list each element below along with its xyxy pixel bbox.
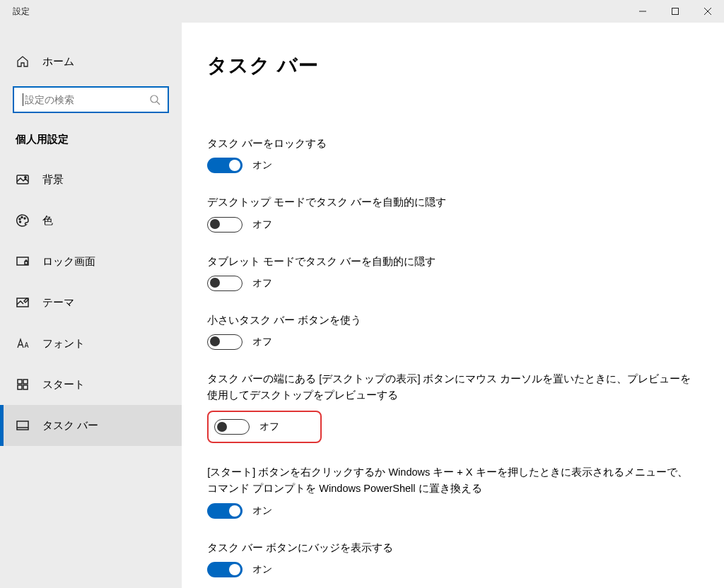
svg-point-11 — [20, 221, 21, 223]
minimize-button[interactable] — [626, 0, 659, 23]
svg-point-8 — [19, 218, 21, 220]
sidebar-item-fonts[interactable]: フォント — [0, 323, 182, 364]
setting-label: タスク バーの端にある [デスクトップの表示] ボタンにマウス カーソルを置いた… — [207, 371, 693, 404]
window-controls — [626, 0, 724, 23]
search-icon — [149, 94, 160, 105]
toggle-autohide-desktop[interactable] — [207, 217, 243, 233]
toggle-state: オフ — [252, 336, 272, 348]
sidebar-item-label: ロック画面 — [42, 255, 95, 269]
highlight-annotation: オフ — [207, 411, 322, 443]
setting-small-buttons: 小さいタスク バー ボタンを使う オフ — [207, 312, 693, 350]
sidebar-item-taskbar[interactable]: タスク バー — [0, 405, 182, 446]
toggle-small-buttons[interactable] — [207, 334, 243, 350]
svg-point-10 — [24, 218, 25, 219]
setting-show-badges: タスク バー ボタンにバッジを表示する オン — [207, 540, 693, 577]
search-input[interactable] — [13, 86, 169, 113]
sidebar-item-label: スタート — [42, 378, 85, 392]
page-title: タスク バー — [207, 52, 693, 79]
setting-label: タスク バー ボタンにバッジを表示する — [207, 540, 693, 556]
svg-rect-19 — [17, 421, 28, 430]
content-panel: タスク バー タスク バーをロックする オン デスクトップ モードでタスク バー… — [182, 23, 724, 588]
window-titlebar: 設定 — [0, 0, 724, 23]
start-icon — [16, 377, 30, 392]
toggle-state: オン — [252, 563, 272, 576]
svg-rect-1 — [672, 8, 679, 15]
window-title: 設定 — [13, 6, 30, 18]
setting-label: デスクトップ モードでタスク バーを自動的に隠す — [207, 194, 693, 211]
sidebar-item-start[interactable]: スタート — [0, 364, 182, 405]
svg-point-7 — [25, 177, 26, 178]
sidebar-item-colors[interactable]: 色 — [0, 200, 182, 241]
lockscreen-icon — [16, 254, 30, 269]
setting-label: 小さいタスク バー ボタンを使う — [207, 312, 693, 329]
toggle-state: オン — [252, 159, 272, 172]
taskbar-icon — [16, 418, 30, 433]
home-label: ホーム — [42, 55, 74, 69]
theme-icon — [16, 295, 30, 310]
font-icon — [16, 336, 30, 351]
toggle-state: オフ — [252, 277, 272, 290]
setting-powershell-replace: [スタート] ボタンを右クリックするか Windows キー + X キーを押し… — [207, 464, 693, 518]
sidebar-item-label: テーマ — [42, 296, 74, 310]
setting-label: [スタート] ボタンを右クリックするか Windows キー + X キーを押し… — [207, 464, 693, 497]
setting-autohide-desktop: デスクトップ モードでタスク バーを自動的に隠す オフ — [207, 194, 693, 232]
sidebar-item-label: 背景 — [42, 173, 64, 187]
maximize-button[interactable] — [659, 0, 691, 23]
palette-icon — [16, 213, 30, 228]
svg-rect-15 — [18, 380, 22, 384]
image-icon — [16, 172, 30, 187]
close-button[interactable] — [691, 0, 724, 23]
toggle-show-badges[interactable] — [207, 562, 243, 577]
setting-peek-preview: タスク バーの端にある [デスクトップの表示] ボタンにマウス カーソルを置いた… — [207, 371, 693, 443]
sidebar-item-label: タスク バー — [42, 419, 98, 433]
toggle-powershell-replace[interactable] — [207, 503, 243, 519]
svg-rect-13 — [25, 261, 28, 264]
toggle-peek-preview[interactable] — [214, 419, 250, 435]
sidebar-category: 個人用設定 — [0, 126, 182, 159]
sidebar-item-label: フォント — [42, 337, 85, 351]
setting-lock-taskbar: タスク バーをロックする オン — [207, 136, 693, 173]
toggle-state: オン — [252, 505, 272, 517]
svg-rect-18 — [23, 385, 28, 389]
sidebar-item-label: 色 — [42, 214, 53, 228]
svg-rect-17 — [18, 385, 22, 389]
svg-rect-16 — [23, 380, 28, 384]
setting-autohide-tablet: タブレット モードでタスク バーを自動的に隠す オフ — [207, 254, 693, 291]
toggle-state: オフ — [259, 421, 279, 433]
sidebar-item-background[interactable]: 背景 — [0, 159, 182, 200]
setting-label: タブレット モードでタスク バーを自動的に隠す — [207, 254, 693, 270]
sidebar-item-themes[interactable]: テーマ — [0, 282, 182, 323]
svg-point-9 — [21, 217, 23, 218]
svg-point-4 — [151, 95, 158, 102]
toggle-state: オフ — [252, 218, 272, 231]
svg-line-5 — [157, 102, 160, 105]
toggle-autohide-tablet[interactable] — [207, 276, 243, 291]
home-icon — [16, 54, 30, 69]
home-nav[interactable]: ホーム — [0, 42, 182, 81]
sidebar-item-lockscreen[interactable]: ロック画面 — [0, 241, 182, 282]
toggle-lock-taskbar[interactable] — [207, 158, 243, 173]
search-field[interactable] — [25, 94, 149, 105]
sidebar: ホーム 個人用設定 背景 色 — [0, 23, 182, 588]
text-cursor — [23, 93, 23, 106]
setting-label: タスク バーをロックする — [207, 136, 693, 152]
